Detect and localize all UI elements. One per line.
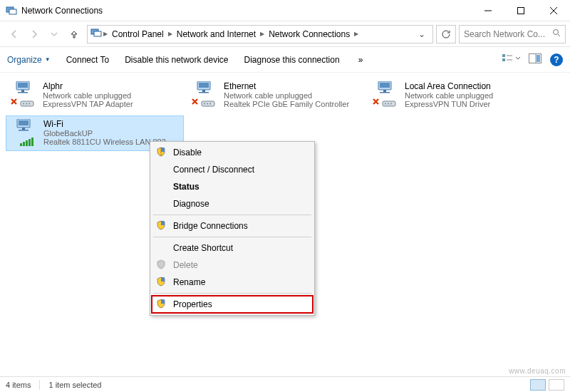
search-icon xyxy=(552,29,561,39)
connection-device: ExpressVPN TAP Adapter xyxy=(43,100,133,108)
svg-rect-48 xyxy=(28,139,31,146)
breadcrumb-item[interactable]: Network Connections xyxy=(266,28,353,41)
svg-point-23 xyxy=(26,103,27,105)
search-placeholder: Search Network Co... xyxy=(464,29,545,39)
adapter-icon xyxy=(191,81,218,110)
connection-device: Realtek PCIe GbE Family Controller xyxy=(224,100,349,108)
adapter-icon xyxy=(10,81,37,110)
connection-item[interactable]: Alphr Network cable unplugged ExpressVPN… xyxy=(6,78,184,113)
svg-rect-3 xyxy=(518,7,524,14)
chevron-right-icon: ▶ xyxy=(260,31,264,37)
close-button[interactable] xyxy=(537,0,570,21)
menu-diagnose[interactable]: Diagnose xyxy=(152,195,313,212)
divider xyxy=(39,380,40,390)
minimize-button[interactable] xyxy=(472,0,504,21)
shield-icon xyxy=(156,220,166,232)
svg-rect-53 xyxy=(161,299,165,304)
connection-device: ExpressVPN TUN Driver xyxy=(405,100,493,108)
svg-point-31 xyxy=(207,103,208,105)
large-icons-view-button[interactable] xyxy=(549,379,564,391)
connection-name: Local Area Connection xyxy=(405,81,493,91)
svg-rect-16 xyxy=(537,55,540,62)
svg-point-32 xyxy=(209,103,211,105)
svg-rect-52 xyxy=(161,277,165,282)
item-count: 4 items xyxy=(6,381,39,389)
svg-rect-45 xyxy=(20,143,22,146)
menu-separator xyxy=(153,293,311,294)
back-button[interactable] xyxy=(4,24,24,44)
shield-icon xyxy=(156,147,166,159)
help-button[interactable]: ? xyxy=(550,53,563,66)
svg-rect-18 xyxy=(18,83,28,88)
adapter-icon xyxy=(372,81,399,110)
svg-rect-28 xyxy=(199,92,209,93)
context-menu: Disable Connect / Disconnect Status Diag… xyxy=(150,141,315,316)
shield-icon xyxy=(156,299,166,311)
shield-icon xyxy=(156,259,166,272)
recent-dropdown[interactable] xyxy=(44,24,64,44)
connection-status: Network cable unplugged xyxy=(405,91,493,100)
diagnose-button[interactable]: Diagnose this connection xyxy=(244,55,340,65)
svg-rect-20 xyxy=(18,92,28,93)
svg-point-8 xyxy=(554,30,559,35)
svg-rect-50 xyxy=(161,148,165,152)
svg-rect-43 xyxy=(22,128,25,130)
connection-name: Alphr xyxy=(43,81,133,91)
svg-rect-44 xyxy=(19,130,28,131)
menu-rename[interactable]: Rename xyxy=(152,274,313,291)
menu-properties[interactable]: Properties xyxy=(152,296,313,313)
search-input[interactable]: Search Network Co... xyxy=(459,25,566,43)
dropdown-icon: ▼ xyxy=(45,56,51,63)
svg-rect-46 xyxy=(23,142,25,146)
preview-pane-button[interactable] xyxy=(529,53,542,66)
chevron-right-icon: ▶ xyxy=(103,31,108,37)
forward-button[interactable] xyxy=(24,24,44,44)
command-bar: Organize▼ Connect To Disable this networ… xyxy=(0,47,570,73)
svg-rect-36 xyxy=(380,92,390,93)
connection-status: GlobeBackUP xyxy=(43,129,172,138)
breadcrumb-item[interactable]: Control Panel xyxy=(109,28,167,41)
path-dropdown[interactable]: ⌄ xyxy=(414,29,430,39)
disable-device-button[interactable]: Disable this network device xyxy=(125,55,228,65)
up-button[interactable] xyxy=(64,24,84,44)
connection-item[interactable]: Local Area Connection Network cable unpl… xyxy=(368,78,546,113)
address-bar: ▶ Control Panel ▶ Network and Internet ▶… xyxy=(0,21,570,47)
menu-separator xyxy=(153,237,311,237)
organize-menu[interactable]: Organize▼ xyxy=(7,55,51,65)
menu-connect-disconnect[interactable]: Connect / Disconnect xyxy=(152,161,313,178)
connection-status: Network cable unplugged xyxy=(224,91,349,100)
svg-rect-47 xyxy=(26,140,28,146)
svg-rect-35 xyxy=(383,90,386,92)
menu-disable[interactable]: Disable xyxy=(152,144,313,161)
svg-rect-42 xyxy=(19,120,28,125)
shield-icon xyxy=(156,277,166,289)
breadcrumb[interactable]: ▶ Control Panel ▶ Network and Internet ▶… xyxy=(87,25,433,43)
svg-point-38 xyxy=(385,103,386,105)
refresh-button[interactable] xyxy=(436,25,456,43)
watermark: www.deuaq.com xyxy=(509,367,566,375)
menu-create-shortcut[interactable]: Create Shortcut xyxy=(152,239,313,257)
breadcrumb-item[interactable]: Network and Internet xyxy=(174,28,259,41)
adapter-icon xyxy=(11,119,38,148)
svg-rect-27 xyxy=(202,90,205,92)
svg-rect-34 xyxy=(380,83,390,88)
more-commands[interactable]: » xyxy=(358,55,363,65)
menu-delete[interactable]: Delete xyxy=(152,257,313,274)
svg-rect-10 xyxy=(502,54,505,57)
svg-rect-1 xyxy=(9,9,16,14)
connection-item[interactable]: Ethernet Network cable unplugged Realtek… xyxy=(187,78,365,113)
svg-point-39 xyxy=(388,103,389,105)
view-options-button[interactable] xyxy=(502,53,520,66)
svg-point-40 xyxy=(390,103,392,105)
menu-bridge[interactable]: Bridge Connections xyxy=(152,217,313,234)
svg-point-22 xyxy=(23,103,24,105)
connect-to-button[interactable]: Connect To xyxy=(66,55,110,65)
svg-rect-51 xyxy=(161,221,165,225)
chevron-right-icon: ▶ xyxy=(354,31,358,37)
menu-status[interactable]: Status xyxy=(152,178,313,195)
status-bar: 4 items 1 item selected xyxy=(0,376,570,392)
maximize-button[interactable] xyxy=(504,0,537,21)
details-view-button[interactable] xyxy=(530,379,546,391)
connection-name: Wi-Fi xyxy=(43,119,172,129)
chevron-right-icon: ▶ xyxy=(168,31,172,37)
